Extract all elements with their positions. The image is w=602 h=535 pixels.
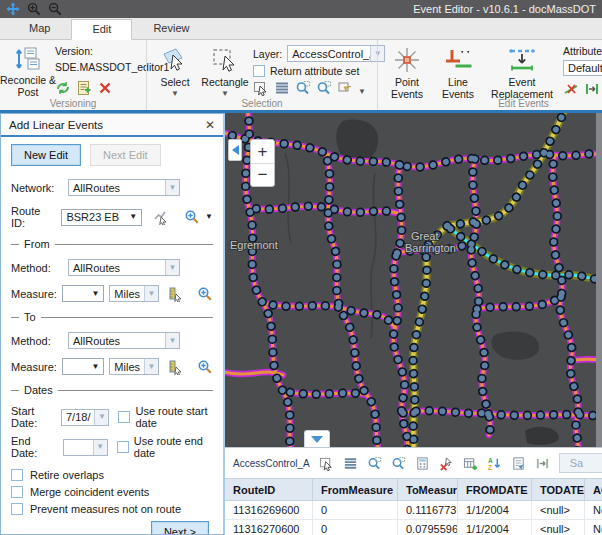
column-header-todate[interactable]: TODATE (532, 478, 585, 501)
chevron-down-icon (311, 436, 323, 443)
prevent-measures-checkbox[interactable] (11, 503, 23, 515)
return-attribute-set-checkbox[interactable] (253, 65, 265, 77)
rectangle-select-icon (211, 46, 239, 74)
table-cell[interactable]: 0.1116773 (398, 501, 458, 520)
add-linear-events-panel: Add Linear Events ✕ New Edit Next Edit N… (0, 113, 225, 535)
map-view[interactable]: Egremont Great Barrington + − (225, 113, 602, 447)
next-edit-button[interactable]: Next Edit (90, 144, 161, 166)
retire-overlaps-checkbox[interactable] (11, 469, 23, 481)
table-collapse-tab[interactable] (304, 430, 330, 447)
select-icon (161, 46, 189, 74)
attribute-list-icon[interactable] (274, 80, 290, 96)
map-zoom-out-button[interactable]: − (251, 163, 274, 186)
from-method-combobox[interactable]: AllRoutes ▼ (68, 259, 180, 276)
use-route-end-checkbox[interactable] (117, 441, 129, 453)
refresh-version-icon[interactable] (55, 80, 71, 96)
to-units-combobox[interactable]: Miles ▼ (109, 358, 159, 375)
to-measure-combobox[interactable]: ▼ (62, 358, 104, 375)
column-header-frommeasure[interactable]: FromMeasure (313, 478, 398, 501)
select-dropdown-caret[interactable]: ▼ (171, 90, 179, 98)
point-events-button[interactable]: Point Events (384, 43, 430, 97)
select-button[interactable]: Select ▼ (153, 43, 197, 97)
new-edit-button[interactable]: New Edit (11, 144, 81, 166)
table-sort-az-icon[interactable]: AZ (487, 456, 502, 471)
table-pan-selected-icon[interactable] (391, 456, 406, 471)
delete-version-icon[interactable] (97, 80, 113, 96)
table-report-icon[interactable] (511, 456, 526, 471)
from-units-combobox[interactable]: Miles ▼ (109, 285, 159, 302)
map-label-great: Great (411, 230, 439, 242)
select-route-icon[interactable] (153, 209, 169, 225)
merge-events-icon[interactable] (584, 81, 600, 97)
zoom-to-route-icon[interactable] (184, 209, 200, 225)
end-date-combobox[interactable]: ▼ (63, 439, 107, 456)
pan-icon[interactable] (6, 2, 20, 16)
selectable-layers-icon[interactable] (337, 80, 353, 96)
zoom-to-selection-icon[interactable] (295, 80, 311, 96)
column-header-ac[interactable]: AC (585, 478, 602, 501)
rectangle-dropdown-caret[interactable]: ▼ (221, 90, 229, 98)
use-route-start-label: Use route start date (135, 405, 213, 429)
table-cell[interactable]: 1/1/2004 (458, 520, 532, 535)
column-header-tomeasure[interactable]: ToMeasure (398, 478, 458, 501)
table-add-record-icon[interactable] (463, 456, 478, 471)
zoom-route-caret[interactable]: ▼ (205, 213, 213, 221)
table-cell[interactable]: 0 (313, 520, 398, 535)
table-select-icon[interactable] (319, 456, 334, 471)
reconcile-post-label: Reconcile & Post (0, 74, 57, 98)
table-cell[interactable]: <null> (532, 520, 585, 535)
table-layer-name[interactable]: AccessControl_A (233, 458, 310, 469)
table-span-icon[interactable] (535, 456, 550, 471)
table-zoom-selected-icon[interactable] (367, 456, 382, 471)
tab-map[interactable]: Map (8, 18, 71, 39)
rectangle-button[interactable]: Rectangle ▼ (202, 43, 248, 97)
new-version-icon[interactable] (76, 80, 92, 96)
reconcile-post-button[interactable]: Reconcile & Post (6, 43, 50, 97)
table-cell[interactable]: 11316270600 (225, 520, 313, 535)
merge-coincident-checkbox[interactable] (11, 486, 23, 498)
start-date-combobox[interactable]: 7/18/ ▼ (61, 409, 109, 426)
next-button[interactable]: Next > (151, 521, 209, 534)
route-id-combobox[interactable]: BSR23 EB ▼ (61, 209, 142, 226)
tab-edit[interactable]: Edit (71, 19, 132, 40)
table-cell[interactable]: No (585, 520, 602, 535)
tab-review[interactable]: Review (132, 18, 210, 39)
table-rows-icon[interactable] (343, 456, 358, 471)
from-measure-pick-icon[interactable] (168, 286, 184, 302)
return-attribute-set-label: Return attribute set (270, 65, 359, 77)
table-cell[interactable]: No (585, 501, 602, 520)
event-replacement-button[interactable]: Event Replacement (486, 43, 558, 97)
attribute-set-combobox[interactable]: Default ▼ (563, 60, 602, 76)
zoom-out-icon[interactable] (48, 2, 62, 16)
table-cell[interactable]: 11316269600 (225, 501, 313, 520)
zoom-in-icon[interactable] (27, 2, 41, 16)
to-section-label: To (24, 311, 36, 323)
map-zoom-in-button[interactable]: + (251, 140, 274, 163)
column-header-routeid[interactable]: RouteID (225, 478, 313, 501)
table-save-button[interactable]: Sa (559, 453, 602, 473)
to-method-combobox[interactable]: AllRoutes ▼ (68, 332, 180, 349)
panel-close-icon[interactable]: ✕ (205, 118, 215, 132)
group-label-edit-events: Edit Events (378, 98, 602, 109)
to-measure-pick-icon[interactable] (168, 359, 184, 375)
table-calculator-icon[interactable] (415, 456, 430, 471)
table-cell[interactable]: <null> (532, 501, 585, 520)
table-clear-selection-icon[interactable] (439, 456, 454, 471)
network-combobox[interactable]: AllRoutes ▼ (68, 179, 180, 196)
pan-to-selection-icon[interactable] (316, 80, 332, 96)
to-zoom-icon[interactable] (197, 359, 213, 375)
column-header-fromdate[interactable]: FROMDATE (458, 478, 532, 501)
from-zoom-icon[interactable] (197, 286, 213, 302)
map-collapse-left-button[interactable] (228, 139, 242, 161)
line-events-button[interactable]: Line Events (435, 43, 481, 97)
use-route-start-checkbox[interactable] (118, 411, 130, 423)
from-measure-combobox[interactable]: ▼ (62, 285, 104, 302)
select-features-icon[interactable] (253, 80, 269, 96)
layer-combobox[interactable]: AccessControl_A ▼ (287, 45, 385, 62)
table-cell[interactable]: 1/1/2004 (458, 501, 532, 520)
table-cell[interactable]: 0.0795596 (398, 520, 458, 535)
table-cell[interactable]: 0 (313, 501, 398, 520)
split-event-icon[interactable] (563, 81, 579, 97)
route-id-value: BSR23 EB (62, 211, 125, 223)
selection-more-caret[interactable]: ▼ (358, 88, 366, 96)
